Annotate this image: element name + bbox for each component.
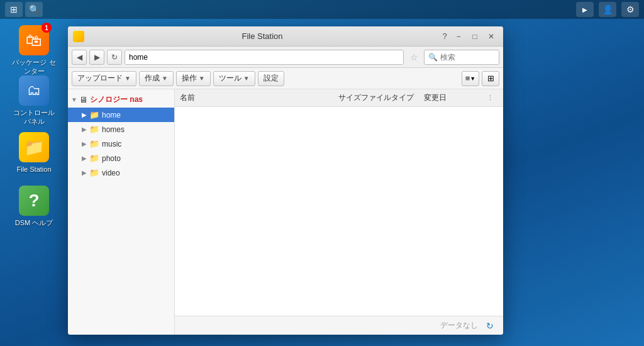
taskbar: ⊞ 🔍 ▶ 👤 ⚙ [0, 0, 644, 19]
file-station-icon: 📁 [19, 132, 49, 162]
sidebar-item-video[interactable]: ▶ 📁 video [68, 165, 174, 180]
tools-dropdown-icon: ▼ [243, 75, 250, 82]
col-date-header[interactable]: 変更日 [424, 92, 487, 103]
footer-refresh-button[interactable]: ↻ [483, 319, 497, 333]
create-label: 作成 [145, 73, 160, 84]
tools-button[interactable]: ツール ▼ [213, 71, 255, 86]
photo-label: photo [102, 154, 121, 163]
control-panel-label: コントロール パネル [9, 108, 59, 126]
search-input[interactable] [440, 53, 497, 62]
sidebar-item-homes[interactable]: ▶ 📁 homes [68, 122, 174, 137]
nas-server-icon: 🖥 [79, 95, 87, 104]
taskbar-left: ⊞ 🔍 [5, 2, 43, 17]
control-panel-icon: 🗂 [19, 75, 49, 106]
window-title: File Station [87, 31, 438, 41]
homes-folder-icon: 📁 [89, 125, 99, 134]
empty-message: データなし [440, 320, 478, 331]
file-list [175, 107, 503, 316]
col-size-header[interactable]: サイズ [311, 92, 361, 103]
search-button[interactable]: 🔍 [25, 2, 43, 17]
photo-folder-icon: 📁 [89, 153, 99, 163]
home-label: home [102, 111, 121, 120]
homes-expand-icon: ▶ [80, 126, 88, 133]
file-area: 名前 サイズ ファイルタイプ 変更日 ⋮ データなし ↻ [175, 89, 503, 335]
create-dropdown-icon: ▼ [162, 75, 168, 82]
taskbar-settings-icon[interactable]: ⚙ [621, 2, 639, 17]
file-footer: データなし ↻ [175, 316, 503, 335]
nav-bar: ◀ ▶ ↻ ☆ 🔍 [68, 47, 503, 68]
dsm-help-label: DSM ヘルプ [15, 218, 53, 227]
bookmark-star-icon[interactable]: ☆ [406, 50, 421, 65]
col-name-header[interactable]: 名前 [180, 92, 311, 103]
taskbar-user-icon[interactable]: 👤 [599, 2, 616, 17]
grid-view-icon: ⊞ [487, 74, 494, 83]
package-center-icon: 🛍 1 [19, 25, 49, 55]
content-area: ▼ 🖥 シノロジー nas ▶ 📁 home ▶ 📁 homes ▶ 📁 mus… [68, 89, 503, 335]
col-type-header[interactable]: ファイルタイプ [361, 92, 424, 103]
action-dropdown-icon: ▼ [199, 75, 205, 82]
action-button[interactable]: 操作 ▼ [176, 71, 211, 86]
back-button[interactable]: ◀ [72, 50, 87, 65]
sidebar-item-photo[interactable]: ▶ 📁 photo [68, 151, 174, 165]
desktop-icon-package-center[interactable]: 🛍 1 パッケージ センター [9, 25, 59, 76]
package-badge: 1 [42, 23, 52, 33]
sidebar: ▼ 🖥 シノロジー nas ▶ 📁 home ▶ 📁 homes ▶ 📁 mus… [68, 89, 175, 335]
tools-label: ツール [219, 73, 242, 84]
refresh-nav-button[interactable]: ↻ [107, 50, 122, 65]
window-controls: − □ ✕ [452, 30, 498, 43]
list-view-dropdown-icon: ▼ [470, 75, 475, 82]
photo-expand-icon: ▶ [80, 155, 88, 162]
music-label: music [102, 140, 121, 148]
window-help-button[interactable]: ? [438, 30, 452, 43]
file-header: 名前 サイズ ファイルタイプ 変更日 ⋮ [175, 89, 503, 107]
search-icon: 🔍 [428, 53, 438, 62]
desktop-icon-control-panel[interactable]: 🗂 コントロール パネル [9, 75, 59, 126]
action-label: 操作 [182, 73, 197, 84]
sidebar-item-nas[interactable]: ▼ 🖥 シノロジー nas [68, 92, 174, 108]
video-folder-icon: 📁 [89, 168, 99, 177]
search-box: 🔍 [424, 50, 499, 65]
upload-label: アップロード [77, 73, 123, 84]
homes-label: homes [102, 125, 125, 134]
desktop-icon-file-station[interactable]: 📁 File Station [9, 132, 59, 174]
apps-button[interactable]: ⊞ [5, 2, 23, 17]
sidebar-item-music[interactable]: ▶ 📁 music [68, 137, 174, 151]
dsm-help-icon: ? [19, 186, 49, 216]
close-button[interactable]: ✕ [484, 30, 498, 43]
title-bar: File Station ? − □ ✕ [68, 26, 503, 47]
music-folder-icon: 📁 [89, 139, 99, 148]
desktop-icon-dsm-help[interactable]: ? DSM ヘルプ [9, 186, 59, 227]
settings-label: 設定 [264, 73, 279, 84]
view-controls: ≡ ▼ ⊞ [462, 71, 499, 86]
grid-view-button[interactable]: ⊞ [482, 71, 499, 86]
list-view-button[interactable]: ≡ ▼ [462, 71, 479, 86]
forward-button[interactable]: ▶ [89, 50, 104, 65]
file-station-window: File Station ? − □ ✕ ◀ ▶ ↻ ☆ 🔍 アップロード ▼ … [68, 26, 503, 335]
nas-collapse-icon: ▼ [70, 96, 78, 103]
taskbar-arrow-icon[interactable]: ▶ [576, 2, 594, 17]
music-expand-icon: ▶ [80, 140, 88, 147]
list-view-icon: ≡ [465, 74, 470, 83]
upload-button[interactable]: アップロード ▼ [72, 71, 136, 86]
col-more-icon[interactable]: ⋮ [487, 94, 498, 102]
video-expand-icon: ▶ [80, 169, 88, 176]
window-icon [73, 31, 84, 42]
home-expand-icon: ▶ [80, 111, 88, 118]
video-label: video [102, 169, 120, 177]
minimize-button[interactable]: − [452, 30, 465, 43]
home-folder-icon: 📁 [89, 110, 99, 120]
toolbar: アップロード ▼ 作成 ▼ 操作 ▼ ツール ▼ 設定 ≡ ▼ ⊞ [68, 68, 503, 89]
nas-label: シノロジー nas [90, 94, 143, 105]
sidebar-item-home[interactable]: ▶ 📁 home [68, 108, 174, 122]
path-input[interactable] [125, 50, 404, 65]
package-center-label: パッケージ センター [9, 58, 59, 76]
maximize-button[interactable]: □ [468, 30, 482, 43]
create-button[interactable]: 作成 ▼ [139, 71, 174, 86]
file-station-label: File Station [16, 165, 51, 174]
taskbar-right: ▶ 👤 ⚙ [576, 2, 639, 17]
settings-button[interactable]: 設定 [258, 71, 284, 86]
upload-dropdown-icon: ▼ [125, 75, 131, 82]
